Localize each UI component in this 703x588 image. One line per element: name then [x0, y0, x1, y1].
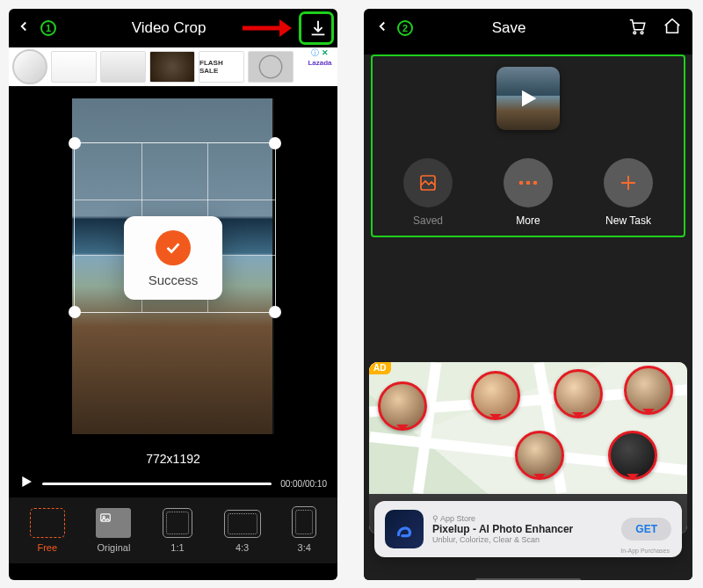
save-icon	[403, 158, 453, 207]
phone-video-crop: 1 Video Crop FLASH SALE ⓘ ✕ Lazada	[9, 9, 337, 580]
page-title: Save	[399, 19, 619, 37]
svg-point-9	[519, 181, 524, 185]
ratio-label: 1:1	[163, 542, 192, 553]
ad-product-thumb	[248, 51, 294, 83]
ratio-4-3[interactable]: 4:3	[224, 510, 261, 553]
phone-save: 2 Save Saved	[364, 9, 692, 580]
ad-product-thumb	[149, 51, 195, 83]
check-icon	[156, 230, 191, 265]
iap-label: In-App Purchases	[620, 548, 670, 554]
step-badge-1: 1	[40, 20, 56, 36]
svg-point-6	[641, 32, 643, 34]
ad-badge: AD	[369, 362, 391, 374]
save-body: Saved More New Task	[364, 54, 692, 580]
svg-point-5	[634, 32, 636, 34]
download-button[interactable]	[306, 16, 330, 40]
action-label: New Task	[605, 214, 651, 227]
action-row: Saved More New Task	[378, 158, 678, 227]
crop-handle-bl[interactable]	[69, 306, 81, 318]
plus-icon	[604, 158, 653, 207]
avatar-pin	[554, 369, 603, 418]
back-button[interactable]	[16, 17, 32, 40]
ad-product-thumb: FLASH SALE	[199, 51, 244, 83]
ratio-label: 3:4	[292, 542, 316, 553]
time-readout: 00:00/00:10	[280, 479, 327, 489]
ad-product-thumb	[12, 49, 47, 84]
ratio-free[interactable]: Free	[30, 508, 65, 553]
avatar-pin	[624, 366, 673, 415]
avatar-pin	[608, 431, 657, 480]
video-thumbnail[interactable]	[496, 67, 560, 130]
back-button[interactable]	[374, 17, 390, 40]
header: 2 Save	[364, 9, 692, 47]
result-panel: Saved More New Task	[371, 54, 685, 237]
crop-handle-tr[interactable]	[269, 137, 281, 149]
video-scrubber: 00:00/00:10	[9, 469, 337, 497]
get-button[interactable]: GET	[621, 518, 671, 541]
ad-map-image	[369, 362, 687, 494]
avatar-pin	[515, 431, 564, 480]
ratio-label: Free	[30, 542, 65, 553]
ad-product-thumb	[100, 51, 146, 83]
appstore-banner[interactable]: ⚲ App Store Pixelup - AI Photo Enhancer …	[374, 501, 682, 557]
dimensions-readout: 772x1192	[9, 446, 337, 469]
success-toast: Success	[124, 216, 222, 300]
ratio-label: 4:3	[224, 542, 261, 553]
ad-product-thumb	[51, 51, 97, 83]
avatar-pin	[471, 371, 520, 420]
play-button[interactable]	[19, 475, 33, 492]
home-button[interactable]	[663, 17, 682, 40]
action-saved[interactable]: Saved	[403, 158, 453, 227]
action-new-task[interactable]: New Task	[604, 158, 653, 227]
svg-marker-2	[22, 476, 32, 487]
ratio-1-1[interactable]: 1:1	[163, 508, 192, 553]
step-badge-2: 2	[397, 20, 413, 36]
action-more[interactable]: More	[504, 158, 553, 227]
ad-banner-strip[interactable]: FLASH SALE ⓘ ✕ Lazada	[9, 47, 337, 86]
app-icon	[385, 510, 424, 548]
svg-point-10	[526, 181, 531, 185]
aspect-ratio-bar: Free Original 1:1 4:3 3:4	[9, 497, 337, 563]
header: 1 Video Crop	[9, 9, 337, 47]
action-label: More	[516, 214, 540, 227]
home-indicator[interactable]	[475, 578, 581, 580]
scrubber-track[interactable]	[42, 483, 272, 485]
crop-handle-br[interactable]	[269, 306, 281, 318]
ratio-label: Original	[96, 542, 131, 553]
avatar-pin	[378, 381, 427, 431]
svg-point-11	[533, 181, 538, 185]
ad-corner[interactable]: ⓘ ✕ Lazada	[304, 47, 336, 67]
video-preview[interactable]: Success	[9, 86, 337, 446]
ratio-3-4[interactable]: 3:4	[292, 506, 316, 553]
svg-marker-1	[279, 19, 292, 37]
cart-button[interactable]	[627, 17, 647, 40]
appstore-text: ⚲ App Store Pixelup - AI Photo Enhancer …	[432, 514, 573, 544]
annotation-arrow	[239, 16, 292, 44]
ratio-original[interactable]: Original	[96, 508, 131, 553]
success-label: Success	[141, 272, 205, 287]
svg-marker-7	[522, 91, 536, 107]
crop-handle-tl[interactable]	[69, 137, 81, 149]
action-label: Saved	[413, 214, 443, 227]
more-icon	[504, 158, 553, 207]
